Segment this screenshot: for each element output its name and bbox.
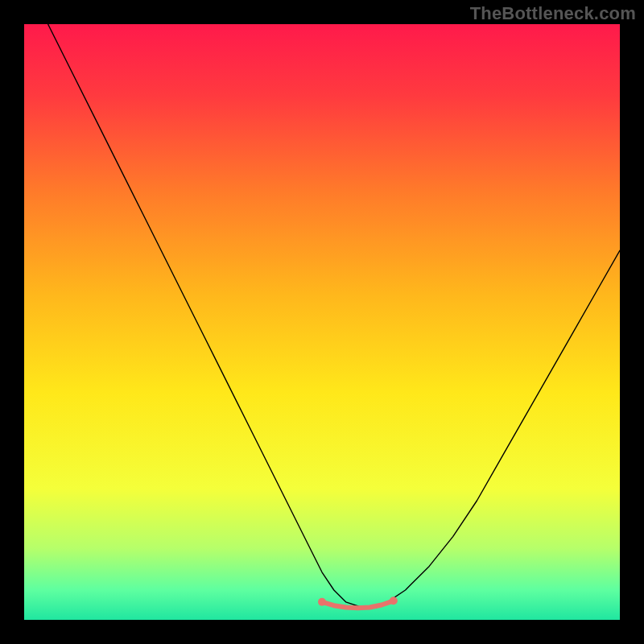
chart-svg [24, 24, 620, 620]
marker-band-start [318, 598, 326, 606]
chart-frame: TheBottleneck.com [0, 0, 644, 644]
watermark-text: TheBottleneck.com [470, 3, 636, 24]
plot-area [24, 24, 620, 620]
marker-band-end [390, 597, 398, 605]
gradient-background [24, 24, 620, 620]
